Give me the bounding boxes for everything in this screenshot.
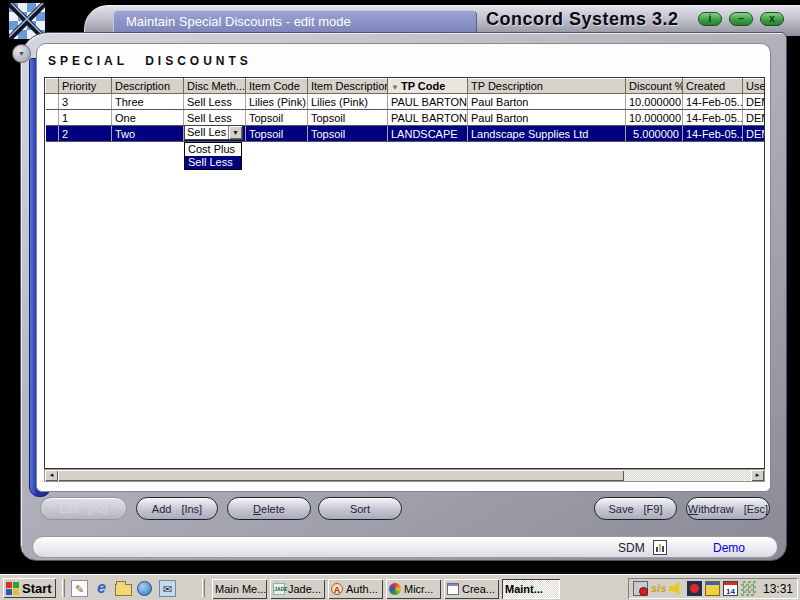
windows-logo-icon <box>6 582 19 595</box>
status-bar: SDM Demo <box>32 536 778 558</box>
auth-icon: A <box>331 583 343 595</box>
mail-icon[interactable]: ✉ <box>159 580 176 597</box>
col-tp-code[interactable]: ▼TP Code <box>388 79 468 94</box>
sort-button[interactable]: Sort <box>318 497 402 520</box>
table-frame: Priority Description Disc Meth... Item C… <box>44 77 765 469</box>
sis-graphics-icon[interactable]: sis <box>651 581 666 596</box>
col-disc-method[interactable]: Disc Meth... <box>184 79 246 94</box>
delete-button[interactable]: Delete <box>227 497 311 520</box>
taskbar-item-maintain-active[interactable]: Maint... <box>502 579 560 599</box>
combobox-value: Sell Les <box>185 126 228 139</box>
scrollbar-thumb[interactable] <box>58 470 624 481</box>
horizontal-scrollbar[interactable]: ◄ ► <box>44 469 765 482</box>
taskbar-item-main-menu[interactable]: Main Me... <box>212 579 267 599</box>
taskbar-item-create[interactable]: Crea... <box>444 579 499 599</box>
minimize-button[interactable]: – <box>729 12 753 26</box>
sort-desc-icon: ▼ <box>391 83 399 92</box>
col-created[interactable]: Created <box>683 79 743 94</box>
dropdown-option-sell-less[interactable]: Sell Less <box>185 156 241 169</box>
taskbar-divider[interactable] <box>62 579 65 597</box>
taskbar-item-auth[interactable]: A Auth... <box>328 579 383 599</box>
discounts-table: Priority Description Disc Meth... Item C… <box>45 78 765 142</box>
screen: Maintain Special Discounts - edit mode C… <box>0 0 800 600</box>
status-report-icon[interactable] <box>653 540 667 555</box>
scheduler-icon[interactable] <box>633 581 648 596</box>
pinwheel-icon <box>389 583 401 595</box>
window-title: Maintain Special Discounts - edit mode <box>126 14 351 29</box>
taskbar-item-jade[interactable]: JADE Jade... <box>270 579 325 599</box>
status-sdm-label: SDM <box>618 541 645 555</box>
col-selector[interactable] <box>46 79 59 94</box>
panel-heading: SPECIAL DISCOUNTS <box>48 54 252 68</box>
desktop-pad-icon[interactable]: ✎ <box>71 580 88 597</box>
col-description[interactable]: Description <box>112 79 184 94</box>
col-tp-description[interactable]: TP Description <box>468 79 626 94</box>
save-button[interactable]: Save[F9] <box>594 497 677 520</box>
clock: 13:31 <box>763 582 793 596</box>
withdraw-button[interactable]: Withdraw[Esc] <box>686 497 770 520</box>
calendar-icon[interactable]: 14 <box>723 581 738 596</box>
scroll-left-button[interactable]: ◄ <box>45 470 58 481</box>
status-demo-label: Demo <box>713 541 745 555</box>
table-header-row: Priority Description Disc Meth... Item C… <box>46 79 765 94</box>
system-tray: sis 14 13:31 <box>628 578 798 599</box>
start-button[interactable]: Start <box>3 578 56 598</box>
add-button[interactable]: Add[Ins] <box>136 497 218 520</box>
col-priority[interactable]: Priority <box>59 79 112 94</box>
info-button[interactable]: i <box>698 12 722 26</box>
col-user[interactable]: User <box>743 79 765 94</box>
chevron-down-icon: ▼ <box>232 129 239 136</box>
antivirus-icon[interactable] <box>687 581 702 596</box>
table-row[interactable]: 1 One Sell Less Topsoil Topsoil PAUL BAR… <box>46 110 765 126</box>
taskbar: Start ✎ e ✉ Main Me... JADE Jade... A Au… <box>0 574 800 600</box>
volume-icon[interactable] <box>669 581 684 596</box>
disc-method-combobox[interactable]: Sell Les ▼ <box>184 125 243 140</box>
col-item-description[interactable]: Item Description <box>308 79 388 94</box>
puzzle-icon[interactable] <box>741 581 756 596</box>
dropdown-option-cost-plus[interactable]: Cost Plus <box>185 143 241 156</box>
close-button[interactable]: x <box>760 12 784 26</box>
taskbar-divider[interactable] <box>202 579 205 597</box>
window-controls: i – x <box>698 12 784 26</box>
internet-explorer-icon[interactable]: e <box>93 580 110 597</box>
window-title-tab: Maintain Special Discounts - edit mode <box>113 10 477 33</box>
menu-triangle-icon: ▼ <box>18 50 25 57</box>
taskbar-item-micro[interactable]: Micr... <box>386 579 441 599</box>
document-icon <box>447 583 459 595</box>
table-row[interactable]: 3 Three Sell Less Lilies (Pink) Lilies (… <box>46 94 765 110</box>
disc-method-dropdown-list: Cost Plus Sell Less <box>184 142 242 170</box>
edit-button[interactable]: Edit[F2] <box>40 497 127 520</box>
col-discount[interactable]: Discount % <box>626 79 683 94</box>
scroll-right-button[interactable]: ► <box>751 470 764 481</box>
combobox-dropdown-button[interactable]: ▼ <box>228 126 242 139</box>
folder-icon[interactable] <box>115 580 132 597</box>
jade-icon: JADE <box>273 583 285 595</box>
col-item-code[interactable]: Item Code <box>246 79 308 94</box>
brand-title: Concord Systems 3.2 <box>486 9 679 30</box>
table-row-selected[interactable]: 2 Two Topsoil Topsoil LANDSCAPE Landscap… <box>46 126 765 142</box>
display-settings-icon[interactable] <box>705 581 720 596</box>
globe-icon[interactable] <box>137 580 154 597</box>
